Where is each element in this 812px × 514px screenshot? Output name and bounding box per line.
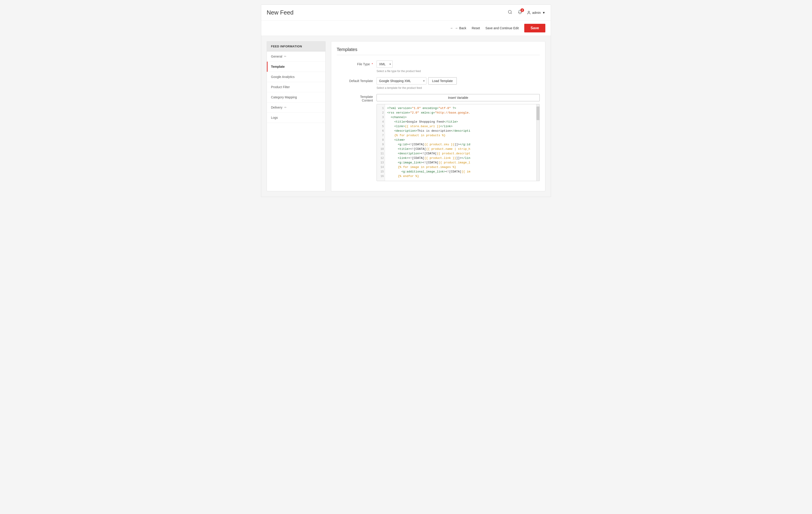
required-star: * xyxy=(372,62,373,66)
save-continue-button[interactable]: Save and Continue Edit xyxy=(486,26,519,30)
back-button[interactable]: ← ← Back xyxy=(450,26,466,30)
user-label: admin xyxy=(532,11,541,15)
scroll-thumb xyxy=(536,107,540,120)
sidebar-item-general-label: General xyxy=(271,55,282,58)
default-template-row: Default Template Google Shopping XML Goo… xyxy=(337,77,540,89)
default-template-inline: Google Shopping XML Google Shopping CSV … xyxy=(377,77,457,85)
sidebar-item-delivery[interactable]: Delivery ✏ xyxy=(267,103,325,113)
sidebar-item-google-analytics[interactable]: Google Analytics xyxy=(267,72,325,82)
sidebar-item-logs-label: Logs xyxy=(271,116,278,119)
back-arrow-icon: ← xyxy=(450,26,453,30)
file-type-inline: XML CSV TXT ▾ xyxy=(377,60,421,68)
code-content-area[interactable]: <?xml version="1.0" encoding="utf-8" ?> … xyxy=(385,104,540,181)
sidebar-item-product-filter-label: Product Filter xyxy=(271,85,290,89)
default-template-select-wrap: Google Shopping XML Google Shopping CSV … xyxy=(377,77,426,85)
sidebar-item-delivery-label: Delivery xyxy=(271,106,283,109)
file-type-select-wrap: XML CSV TXT ▾ xyxy=(377,60,393,68)
default-template-helper: Select a template for the product feed xyxy=(377,86,457,89)
save-button[interactable]: Save xyxy=(524,24,545,32)
file-type-select[interactable]: XML CSV TXT xyxy=(377,60,393,68)
save-continue-label: Save and Continue Edit xyxy=(486,26,519,30)
default-template-label: Default Template xyxy=(337,77,373,83)
section-title: Templates xyxy=(337,47,540,55)
main-content: FEED INFORMATION General ✏ Template Goog… xyxy=(261,36,551,197)
template-content-label: TemplateContent xyxy=(337,94,373,102)
sidebar-item-category-mapping[interactable]: Category Mapping xyxy=(267,92,325,103)
reset-label: Reset xyxy=(472,26,480,30)
sidebar-item-logs[interactable]: Logs xyxy=(267,113,325,123)
code-editor[interactable]: 123456 789101112 13141516 <?xml version=… xyxy=(377,104,540,181)
svg-point-2 xyxy=(528,11,529,12)
sidebar-item-google-analytics-label: Google Analytics xyxy=(271,75,294,79)
template-content-control-group: Insert Variable 123456 789101112 1314151… xyxy=(377,94,540,181)
svg-line-1 xyxy=(511,13,512,14)
file-type-helper: Select a file type for the product feed xyxy=(377,69,421,73)
sidebar: FEED INFORMATION General ✏ Template Goog… xyxy=(267,41,325,191)
reset-button[interactable]: Reset xyxy=(472,26,480,30)
default-template-select[interactable]: Google Shopping XML Google Shopping CSV … xyxy=(377,77,426,85)
search-button[interactable] xyxy=(507,9,513,16)
file-type-label: File Type * xyxy=(337,60,373,66)
top-bar-actions: 2 admin ▼ xyxy=(507,9,545,16)
load-template-button[interactable]: Load Template xyxy=(428,77,457,85)
content-area: Templates File Type * XML CSV TXT xyxy=(331,41,545,191)
user-chevron-icon: ▼ xyxy=(542,11,545,15)
insert-variable-button[interactable]: Insert Variable xyxy=(377,94,540,101)
edit-icon: ✏ xyxy=(284,55,286,58)
line-numbers: 123456 789101112 13141516 xyxy=(377,104,385,181)
sidebar-item-template[interactable]: Template xyxy=(267,62,325,72)
file-type-control-group: XML CSV TXT ▾ Select a file type for the… xyxy=(377,60,421,73)
action-bar: ← ← Back Reset Save and Continue Edit Sa… xyxy=(261,21,551,36)
sidebar-item-template-label: Template xyxy=(271,65,285,68)
notification-badge: 2 xyxy=(520,8,524,12)
sidebar-header: FEED INFORMATION xyxy=(267,41,325,52)
sidebar-item-general[interactable]: General ✏ xyxy=(267,52,325,62)
scrollbar[interactable] xyxy=(536,104,540,181)
notification-button[interactable]: 2 xyxy=(517,9,523,16)
sidebar-item-category-mapping-label: Category Mapping xyxy=(271,95,297,99)
back-label: ← Back xyxy=(455,26,466,30)
template-content-row: TemplateContent Insert Variable 123456 7… xyxy=(337,94,540,181)
sidebar-item-product-filter[interactable]: Product Filter xyxy=(267,82,325,92)
page-title: New Feed xyxy=(267,9,294,16)
edit-icon-delivery: ✏ xyxy=(284,106,287,109)
default-template-control-group: Google Shopping XML Google Shopping CSV … xyxy=(377,77,457,89)
user-menu-button[interactable]: admin ▼ xyxy=(527,11,545,15)
file-type-row: File Type * XML CSV TXT ▾ xyxy=(337,60,540,73)
